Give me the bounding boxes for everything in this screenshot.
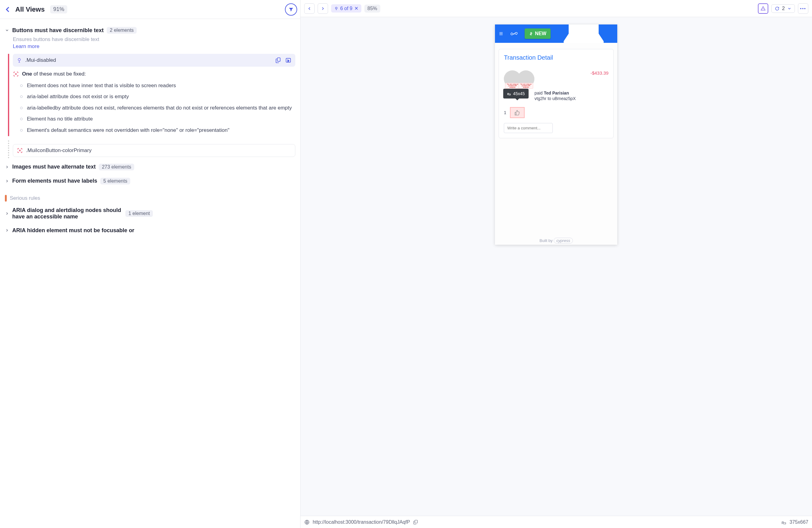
avatar: You are using an outdated API endpoint	[517, 70, 534, 87]
rule-toggle[interactable]: ARIA hidden element must not be focusabl…	[5, 226, 295, 236]
error-frame-icon	[13, 71, 19, 77]
rule-count: 1 element	[125, 210, 153, 217]
right-panel: 6 of 9 ✕ 85% 2 •••	[301, 0, 812, 528]
rule-title: ARIA dialog and alertdialog nodes should…	[12, 207, 122, 220]
chevron-right-icon	[5, 179, 9, 183]
rule-title: Form elements must have labels	[12, 178, 97, 184]
preview-canvas: NEW 8 Transaction Detail You are using a…	[301, 17, 812, 516]
zoom-badge: 85%	[364, 4, 380, 13]
replay-icon	[775, 6, 780, 11]
svg-point-0	[18, 58, 20, 61]
selector-row-active[interactable]: .Mui-disabled	[13, 54, 295, 67]
filter-button[interactable]	[285, 3, 297, 16]
chevron-down-icon	[5, 28, 9, 32]
rule-count: 2 elements	[107, 27, 137, 34]
pin-text: 6 of 9	[340, 6, 352, 11]
fix-block: One of these must be fixed: Element does…	[13, 71, 295, 136]
like-button[interactable]	[510, 107, 525, 118]
app-logo	[510, 29, 519, 38]
rule-forms: Form elements must have labels 5 element…	[5, 176, 295, 186]
card-title: Transaction Detail	[504, 54, 608, 61]
size-tooltip: 45x45	[503, 89, 528, 99]
viewport-dims: 375x667	[790, 519, 808, 525]
page-title: All Views	[15, 5, 45, 13]
left-header: All Views 91%	[0, 0, 300, 19]
svg-rect-1	[277, 58, 280, 61]
ruler-icon	[781, 519, 787, 525]
svg-point-3	[335, 7, 337, 9]
built-by: Built by cypress	[495, 238, 617, 243]
fix-item: aria-label attribute does not exist or i…	[22, 91, 295, 102]
rule-buttons: Buttons must have discernible text 2 ele…	[5, 25, 295, 158]
section-serious: Serious rules	[5, 195, 295, 202]
amount: -$433.39	[590, 70, 608, 75]
left-panel: All Views 91% Buttons must have discerni…	[0, 0, 301, 528]
rule-toggle[interactable]: ARIA dialog and alertdialog nodes should…	[5, 205, 295, 222]
selector-row[interactable]: .MuiIconButton-colorPrimary	[13, 144, 295, 157]
ruler-icon	[507, 91, 511, 96]
rule-toggle[interactable]: Buttons must have discernible text 2 ele…	[5, 25, 295, 35]
menu-icon[interactable]	[499, 30, 504, 37]
replay-chip[interactable]: 2	[771, 4, 795, 13]
avatar-pair: You are using an outdated API endpoint Y…	[504, 70, 534, 89]
globe-icon	[304, 519, 310, 525]
rule-title: Images must have alternate text	[12, 164, 96, 170]
rule-title: Buttons must have discernible text	[12, 27, 104, 34]
fix-item: aria-labelledby attribute does not exist…	[22, 102, 295, 114]
fix-item: Element's default semantics were not ove…	[22, 125, 295, 136]
status-bar: http://localhost:3000/transaction/79Dllq…	[301, 516, 812, 528]
highlight-icon	[334, 6, 338, 11]
chevron-down-icon	[787, 6, 792, 11]
selector-text: .Mui-disabled	[25, 57, 56, 63]
rule-title: ARIA hidden element must not be focusabl…	[12, 227, 134, 234]
chevron-right-icon	[5, 228, 9, 232]
fix-title: One of these must be fixed:	[22, 71, 86, 77]
score-badge: 91%	[50, 5, 67, 13]
rule-count: 273 elements	[99, 164, 134, 170]
pin-chip[interactable]: 6 of 9 ✕	[331, 4, 361, 13]
dollar-icon	[529, 31, 533, 36]
rule-hidden: ARIA hidden element must not be focusabl…	[5, 226, 295, 236]
rule-toggle[interactable]: Images must have alternate text 273 elem…	[5, 162, 295, 172]
svg-rect-5	[415, 520, 417, 523]
close-icon[interactable]: ✕	[354, 5, 358, 11]
fix-item: Element does not have inner text that is…	[22, 80, 295, 91]
warning-button[interactable]	[758, 3, 768, 14]
inspect-icon[interactable]	[285, 57, 292, 63]
section-label-text: Serious rules	[10, 195, 40, 201]
copy-icon[interactable]	[413, 519, 419, 525]
learn-more-link[interactable]: Learn more	[13, 43, 40, 49]
fix-item: Element has no title attribute	[22, 114, 295, 125]
app-body: Transaction Detail You are using an outd…	[495, 43, 617, 245]
back-button[interactable]	[3, 5, 12, 14]
chevron-right-icon	[5, 165, 9, 169]
fix-list: Element does not have inner text that is…	[22, 80, 295, 136]
rule-desc: Ensures buttons have discernible text	[13, 35, 295, 43]
url-text: http://localhost:3000/transaction/79Dllq…	[313, 519, 410, 525]
replay-count: 2	[782, 6, 785, 11]
nav-next-button[interactable]	[318, 3, 328, 14]
selector-text: .MuiIconButton-colorPrimary	[26, 147, 91, 154]
violation-block-collapsed: .MuiIconButton-colorPrimary	[8, 140, 295, 158]
highlight-icon	[16, 58, 22, 63]
more-button[interactable]: •••	[798, 3, 808, 14]
app-bar: NEW 8	[495, 25, 617, 43]
preview-toolbar: 6 of 9 ✕ 85% 2 •••	[301, 0, 812, 17]
error-frame-icon	[17, 147, 23, 154]
like-count: 1	[504, 110, 506, 115]
device-frame: NEW 8 Transaction Detail You are using a…	[495, 25, 617, 245]
severity-pill	[5, 195, 7, 202]
rule-count: 5 elements	[100, 178, 130, 184]
chevron-right-icon	[5, 211, 9, 216]
nav-prev-button[interactable]	[304, 3, 315, 14]
new-button[interactable]: NEW	[525, 28, 551, 39]
rule-dialog: ARIA dialog and alertdialog nodes should…	[5, 205, 295, 222]
transaction-card: Transaction Detail You are using an outd…	[499, 49, 613, 138]
rule-toggle[interactable]: Form elements must have labels 5 element…	[5, 176, 295, 186]
copy-icon[interactable]	[275, 57, 282, 63]
comment-input[interactable]	[504, 123, 553, 133]
rules-list: Buttons must have discernible text 2 ele…	[0, 19, 300, 528]
rule-images: Images must have alternate text 273 elem…	[5, 162, 295, 172]
violation-block: .Mui-disabled One of these must be f	[8, 54, 295, 136]
